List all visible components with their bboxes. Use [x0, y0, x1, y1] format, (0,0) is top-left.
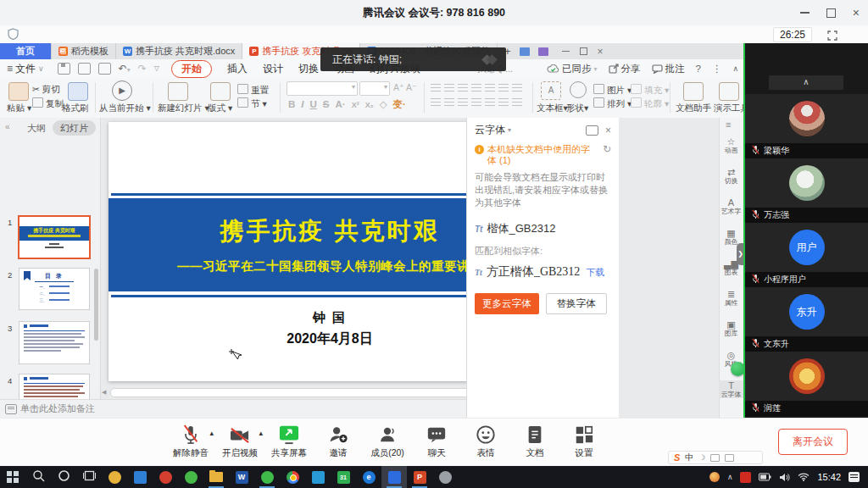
copy-button[interactable]: 复制: [32, 97, 64, 110]
taskbar-app-lightblue-icon[interactable]: [305, 466, 331, 488]
taskbar-app-blue-icon[interactable]: [127, 466, 153, 488]
cut-button[interactable]: ✂ 剪切: [32, 84, 60, 96]
play-from-current-label[interactable]: 从当前开始 ▾: [99, 103, 151, 114]
ime-language[interactable]: 中: [685, 452, 693, 463]
clock[interactable]: 15:42: [817, 472, 841, 482]
more-cloud-fonts-button[interactable]: 更多云字体: [475, 293, 539, 314]
layout-icon[interactable]: [210, 82, 231, 101]
side-tab-transition[interactable]: ⇄切换: [719, 167, 743, 185]
text-box-label[interactable]: 文本框▾: [537, 103, 568, 114]
emoji-button[interactable]: 表情: [461, 422, 510, 463]
side-tab-properties[interactable]: ≣属性: [719, 289, 743, 307]
arrange-button[interactable]: 排列 ▾: [593, 97, 632, 110]
customize-qat-icon[interactable]: ▽: [154, 65, 159, 72]
taskbar-wechat-icon[interactable]: [254, 466, 280, 488]
taskbar-calendar-icon[interactable]: 31: [331, 466, 356, 488]
picture-button[interactable]: 图片 ▾: [593, 84, 632, 97]
taskbar-app-green-icon[interactable]: [178, 466, 203, 488]
participant-tile[interactable]: 梁颖华: [745, 94, 868, 158]
collapse-ribbon-icon[interactable]: ∧: [732, 64, 738, 73]
underline-button[interactable]: U: [310, 99, 317, 109]
shapes-label[interactable]: 形状▾: [566, 103, 588, 114]
format-painter-label[interactable]: 格式刷: [62, 103, 89, 114]
taskbar-app-gray-icon[interactable]: [432, 466, 458, 488]
strikethrough-button[interactable]: S: [323, 99, 330, 109]
save-icon[interactable]: [58, 63, 70, 75]
bold-button[interactable]: B: [288, 99, 295, 109]
clear-format-button[interactable]: ◇: [380, 99, 387, 109]
thumbnail-scrollbar[interactable]: [94, 219, 98, 410]
taskbar-chrome-icon[interactable]: [280, 466, 305, 488]
italic-button[interactable]: I: [301, 99, 303, 109]
help-button[interactable]: ?: [696, 64, 701, 74]
phonetic-button[interactable]: 变·: [393, 99, 406, 109]
paragraph-row-top[interactable]: [431, 84, 526, 94]
new-slide-label[interactable]: 新建幻灯片 ▾: [158, 103, 209, 114]
fill-button[interactable]: 填充 ▾: [631, 84, 669, 97]
members-button[interactable]: 成员(20): [363, 422, 412, 463]
share-screen-button[interactable]: 共享屏幕: [264, 422, 314, 463]
shapes-icon[interactable]: [570, 81, 587, 98]
missing-font-item[interactable]: Tt 楷体_GB2312: [475, 221, 611, 236]
file-menu[interactable]: ≡ 文件 ∨: [0, 62, 51, 76]
strip-menu-icon[interactable]: ≡: [726, 119, 731, 130]
side-tab-cloud-font[interactable]: T云字体: [719, 380, 743, 398]
taskbar-app-red-icon[interactable]: [153, 466, 178, 488]
taskbar-file-explorer-icon[interactable]: [203, 466, 229, 488]
ribbon-tab-开始[interactable]: 开始: [171, 60, 212, 78]
participant-tile[interactable]: 用户小程序用户: [745, 223, 868, 287]
invite-button[interactable]: 邀请: [314, 422, 363, 463]
maximize-button[interactable]: [826, 8, 836, 18]
tab-tool-icon[interactable]: [520, 47, 530, 56]
battery-icon[interactable]: [759, 473, 771, 481]
similar-font-item[interactable]: Tt 方正楷体_GB2312 下载: [475, 264, 611, 280]
side-tab-wordart[interactable]: A艺术字: [719, 197, 743, 215]
paragraph-row-bottom[interactable]: [431, 98, 526, 108]
sync-status[interactable]: 已同步 ▾: [547, 63, 598, 75]
collapse-panel-icon[interactable]: «: [5, 122, 10, 131]
outline-button[interactable]: 轮廓 ▾: [631, 97, 669, 110]
ime-keyboard-icon[interactable]: [710, 454, 720, 462]
taskbar-word-icon[interactable]: W: [229, 466, 254, 488]
leave-meeting-button[interactable]: 离开会议: [778, 429, 848, 455]
antivirus-tray-icon[interactable]: [740, 472, 751, 483]
ime-toolbox-icon[interactable]: [725, 454, 734, 462]
docs-button[interactable]: 文档: [510, 422, 559, 463]
slide-thumbnail-3[interactable]: [19, 321, 90, 364]
close-button[interactable]: ×: [853, 7, 860, 19]
comment-button[interactable]: 批注: [652, 63, 685, 75]
taskbar-edge-icon[interactable]: e: [356, 466, 381, 488]
caret-up-icon[interactable]: ▴: [259, 429, 263, 437]
ime-toolbar[interactable]: S 中 ☽: [668, 451, 763, 464]
redo-icon[interactable]: ↷: [138, 64, 147, 74]
hidden-icons-chevron[interactable]: ∧: [727, 473, 733, 481]
document-tab-docer[interactable]: 稻稻壳模板: [52, 43, 116, 59]
notification-center-icon[interactable]: [849, 472, 860, 482]
ime-moon-icon[interactable]: ☽: [698, 453, 705, 462]
minimize-button[interactable]: [800, 12, 810, 14]
paste-icon[interactable]: [8, 82, 29, 101]
layout-label[interactable]: 版式 ▾: [208, 103, 232, 114]
refresh-icon[interactable]: ↻: [603, 144, 611, 155]
chat-button[interactable]: 聊天: [412, 422, 461, 463]
fullscreen-icon[interactable]: [827, 29, 837, 44]
participant-tile[interactable]: 东升文东升: [745, 287, 868, 352]
print-preview-icon[interactable]: [98, 63, 111, 75]
close-pane-icon[interactable]: ×: [605, 125, 611, 136]
feedback-icon[interactable]: [586, 125, 598, 136]
participant-tile[interactable]: 万志强: [745, 158, 868, 223]
grow-font-icon[interactable]: A⁺ A⁻: [393, 82, 416, 92]
share-button[interactable]: 分享: [609, 63, 641, 75]
font-size-combo[interactable]: [359, 81, 390, 96]
subscript-button[interactable]: X₂: [365, 101, 374, 109]
slide-thumbnail-2[interactable]: 目 录 一、 二、 三、: [19, 268, 90, 310]
slide-thumbnail-1[interactable]: 携手抗疫 共克时艰: [18, 215, 91, 259]
taskbar-tencent-meeting-icon[interactable]: [381, 466, 407, 488]
ribbon-tab-插入[interactable]: 插入: [227, 62, 248, 76]
paste-label[interactable]: 粘贴 ▾: [7, 103, 31, 114]
document-tab-home[interactable]: 首页: [0, 43, 52, 59]
tray-app-icon[interactable]: [709, 472, 720, 482]
doc-assistant-label[interactable]: 文档助手: [676, 103, 711, 114]
taskbar-cortana-icon[interactable]: [51, 466, 76, 488]
wps-maximize-button[interactable]: [580, 47, 587, 55]
